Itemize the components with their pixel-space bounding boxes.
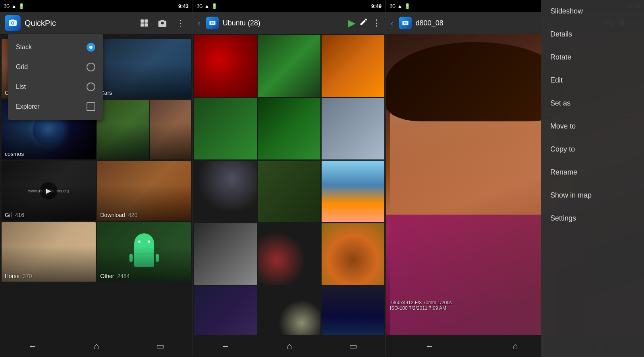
album-other[interactable]: Other 2484 (97, 222, 191, 282)
list-radio[interactable] (87, 83, 95, 91)
exif-line1: 7360x4912 F/8 70mm 1/200s (390, 300, 452, 305)
album-other-label: Other 2484 (100, 273, 130, 279)
menu-rotate[interactable]: Rotate (541, 46, 644, 69)
back-button-3[interactable]: ← (417, 338, 442, 355)
svg-rect-6 (141, 23, 144, 27)
battery-icon-1: 🔋 (18, 3, 25, 9)
photo-10[interactable] (194, 223, 257, 285)
photo-5[interactable] (258, 98, 321, 159)
signal-bars-3: ▲ (397, 3, 403, 9)
grid-option[interactable]: Grid (8, 57, 103, 77)
recent-button-1[interactable]: ▭ (148, 338, 172, 355)
photo-6[interactable] (322, 98, 384, 159)
app-title: QuickPic (25, 19, 133, 28)
battery-icon-3: 🔋 (404, 3, 411, 9)
back-button-1[interactable]: ← (20, 338, 45, 355)
svg-rect-3 (11, 19, 14, 21)
svg-point-10 (212, 23, 213, 24)
status-left-2: 3G ▲ 🔋 (197, 3, 371, 9)
menu-settings[interactable]: Settings (541, 207, 644, 230)
album-gif[interactable]: www.ubuntuforums.org ▶ Gif 416 (2, 161, 96, 221)
photo-15[interactable] (322, 286, 384, 335)
explorer-label: Explorer (16, 103, 40, 110)
photo-8[interactable] (258, 161, 321, 222)
list-option[interactable]: List (8, 77, 103, 97)
stack-option[interactable]: Stack (8, 37, 103, 57)
photo-1[interactable] (194, 35, 257, 97)
album-forest-mix[interactable] (97, 100, 191, 159)
menu-set-as[interactable]: Set as (541, 92, 644, 115)
album-horse[interactable]: Horse 370 (2, 222, 96, 282)
menu-slideshow[interactable]: Slideshow (541, 0, 644, 23)
album-cars[interactable]: Cars (97, 39, 191, 98)
photo-grid (193, 34, 386, 335)
svg-point-13 (405, 23, 406, 24)
folder-title: Ubuntu (28) (223, 19, 344, 27)
photo-exif: 7360x4912 F/8 70mm 1/200s ISO-100 7/2/20… (390, 300, 452, 311)
grid-label: Grid (16, 63, 28, 71)
photo-7[interactable] (194, 161, 257, 222)
svg-rect-4 (141, 19, 144, 23)
album-gif-count: 416 (15, 212, 24, 218)
menu-move-to[interactable]: Move to (541, 115, 644, 138)
more-options-icon-2[interactable]: ⋮ (372, 18, 381, 28)
album-other-count: 2484 (117, 273, 129, 279)
svg-rect-5 (145, 19, 148, 23)
album-download-label: Download 420 (100, 212, 138, 218)
album-download[interactable]: Download 420 (97, 161, 191, 221)
list-label: List (16, 83, 26, 90)
menu-details[interactable]: Details (541, 23, 644, 46)
context-menu: Slideshow Details Rotate Edit Set as Mov… (541, 0, 644, 357)
battery-icon-2: 🔋 (211, 3, 218, 9)
photo-13[interactable] (194, 286, 257, 335)
grid-radio[interactable] (87, 63, 95, 71)
stack-radio[interactable] (87, 43, 95, 52)
home-button-1[interactable]: ⌂ (86, 338, 107, 355)
app-bar-1: QuickPic ⋮ (0, 12, 193, 34)
album-horse-count: 370 (23, 273, 32, 279)
time-1: 9:43 (178, 3, 189, 9)
signal-icon-2: 3G (197, 4, 203, 8)
photo-14[interactable] (258, 286, 321, 335)
menu-edit[interactable]: Edit (541, 69, 644, 92)
quickpic-icon-3 (399, 17, 412, 29)
edit-button[interactable] (359, 17, 368, 29)
slideshow-button[interactable]: ▶ (348, 17, 355, 29)
panel-ubuntu: 3G ▲ 🔋 9:49 ‹ Ubuntu (28) ▶ ⋮ (193, 0, 386, 357)
photo-3[interactable] (322, 35, 384, 97)
gallery-view-icon[interactable] (137, 16, 151, 30)
recent-button-2[interactable]: ▭ (341, 338, 365, 355)
menu-rename[interactable]: Rename (541, 161, 644, 184)
home-button-2[interactable]: ⌂ (279, 338, 300, 355)
svg-rect-7 (145, 23, 148, 27)
explorer-option[interactable]: Explorer (8, 97, 103, 117)
home-button-3[interactable]: ⌂ (505, 338, 526, 355)
bottom-nav-1: ← ⌂ ▭ (0, 335, 193, 357)
status-left-1: 3G ▲ 🔋 (4, 3, 178, 9)
back-chevron-3[interactable]: ‹ (391, 19, 393, 28)
signal-icon-1: 3G (4, 4, 10, 8)
album-download-count: 420 (128, 212, 137, 218)
camera-icon[interactable] (155, 16, 170, 30)
back-chevron-2[interactable]: ‹ (198, 19, 201, 28)
time-2: 9:49 (371, 3, 382, 9)
wifi-icon-1: ▲ (12, 3, 17, 9)
album-gif-label: Gif 416 (5, 212, 24, 218)
bottom-nav-2: ← ⌂ ▭ (193, 335, 386, 357)
menu-show-in-map[interactable]: Show in map (541, 184, 644, 207)
back-button-2[interactable]: ← (213, 338, 238, 355)
more-options-icon-1[interactable]: ⋮ (174, 16, 188, 30)
explorer-checkbox[interactable] (87, 102, 95, 111)
status-bar-1: 3G ▲ 🔋 9:43 (0, 0, 193, 12)
svg-point-2 (12, 22, 13, 24)
stack-label: Stack (16, 44, 32, 51)
photo-12[interactable] (322, 223, 384, 285)
photo-11[interactable] (258, 223, 321, 285)
photo-9[interactable] (322, 161, 384, 222)
photo-4[interactable] (194, 98, 257, 159)
panel-gallery: 3G ▲ 🔋 9:43 QuickPic (0, 0, 193, 357)
album-cosmos-label: cosmos (5, 151, 25, 157)
menu-copy-to[interactable]: Copy to (541, 138, 644, 161)
photo-2[interactable] (258, 35, 321, 97)
album-horse-label: Horse 370 (5, 273, 32, 279)
